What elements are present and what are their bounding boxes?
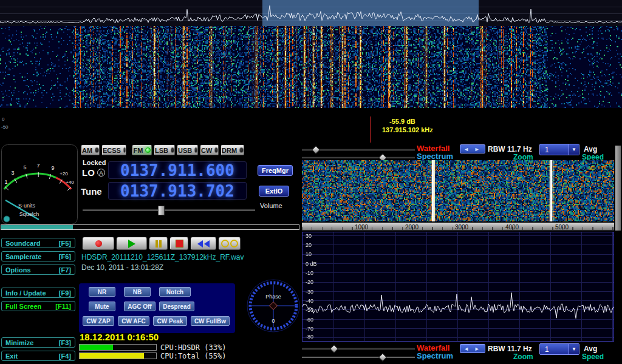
stop-button[interactable] (170, 237, 188, 250)
recording-datetime: Dec 10, 2011 - 13:01:28Z (81, 263, 163, 272)
tune-frequency-display[interactable]: 0137.913.702 (108, 182, 247, 200)
mode-label: FM (134, 147, 143, 154)
waterfall-scrollbar[interactable] (615, 146, 621, 231)
soundcard-button[interactable]: Soundcard[F5] (1, 238, 75, 248)
db-tick: 10 (306, 251, 312, 257)
volume-slider-thumb[interactable] (158, 206, 165, 215)
waterfall-brightness-thumb[interactable] (312, 146, 320, 154)
hdsdr-window: { "top_ruler": {"ticks": ["137885","1378… (0, 0, 622, 364)
cpu-total-fill (80, 353, 144, 359)
locked-label: Locked (83, 159, 106, 166)
cw-afc-button[interactable]: CW AFC (118, 316, 149, 326)
mode-cw-button[interactable]: CW (200, 145, 219, 155)
extio-button[interactable]: ExtIO (259, 186, 289, 197)
mute-button[interactable]: Mute (89, 302, 115, 311)
squelch-knob[interactable] (4, 216, 10, 222)
ecss-led-icon (123, 147, 126, 153)
audio-frequency-ruler[interactable]: 1000 2000 3000 4000 5000 (302, 223, 614, 231)
main-spectrum-strip[interactable] (0, 0, 622, 26)
waterfall-contrast-slider[interactable] (302, 157, 415, 158)
squelch-label: Squelch (19, 211, 39, 217)
rewind-button[interactable] (191, 237, 216, 250)
db-tick: -80 (306, 334, 313, 340)
dropdown-value: 1 (540, 144, 569, 155)
pause-button[interactable] (149, 237, 168, 250)
lo-a-badge[interactable]: A (97, 169, 105, 177)
s-meter[interactable]: 1 3 5 7 9 +20 +40 S-units Squelch (1, 144, 78, 224)
dropdown-value: 1 (540, 344, 569, 354)
loop-button[interactable] (219, 237, 241, 250)
nr-button[interactable]: NR (89, 287, 115, 297)
chevron-down-icon[interactable]: ▼ (569, 144, 579, 155)
local-datetime: 18.12.2011 0:16:50 (80, 332, 159, 342)
button-label: Info / Update (5, 289, 46, 297)
pause-icon (159, 240, 162, 248)
options-button[interactable]: Options[F7] (1, 265, 75, 275)
s-meter-tick-label: 9 (51, 165, 54, 171)
rbw-label: RBW 11.7 Hz (488, 145, 532, 153)
mode-lsb-button[interactable]: LSB (154, 145, 175, 155)
audio-level-bar[interactable] (1, 224, 299, 230)
db-tick: 0 dB (306, 261, 317, 267)
minimize-button[interactable]: Minimize[F3] (1, 337, 75, 348)
mode-label: CW (201, 147, 212, 154)
despread-button[interactable]: Despread (159, 302, 194, 311)
freqmgr-button[interactable]: FreqMgr (258, 165, 293, 176)
info-update-button[interactable]: Info / Update[F9] (1, 288, 75, 298)
db-tick: 30 (306, 233, 312, 239)
stop-icon (176, 240, 183, 248)
avg-speed-dropdown[interactable]: 1 ▼ (539, 144, 579, 155)
waterfall-brightness-slider-bottom[interactable] (302, 348, 415, 349)
button-label: Full Screen (5, 303, 41, 310)
shift-arrows-button[interactable]: ◄ ► (460, 144, 485, 153)
mode-am-button[interactable]: AM (81, 145, 100, 155)
button-fkey: [F11] (55, 303, 71, 310)
db-tick: 20 (306, 242, 312, 248)
cursor-db-readout: -55.9 dB (389, 118, 415, 125)
record-button[interactable] (83, 237, 114, 250)
cw-fullbw-button[interactable]: CW FullBw (191, 316, 230, 326)
avg-speed-dropdown-bottom[interactable]: 1 ▼ (539, 343, 579, 355)
cw-zap-button[interactable]: CW ZAP (83, 316, 114, 326)
full-screen-button[interactable]: Full Screen[F11] (1, 301, 75, 311)
button-fkey: [F3] (59, 339, 71, 346)
wav-filename: HDSDR_20111210_125611Z_137912kHz_RF.wav (81, 253, 244, 261)
audio-spectrum-panel[interactable]: 30 20 10 0 dB -10 -20 -30 -40 -50 -60 -7… (302, 232, 614, 342)
s-meter-tick-label: +20 (60, 171, 68, 177)
lo-label: LO (82, 167, 95, 178)
cw-led-icon (214, 147, 218, 153)
waterfall-contrast-thumb-bottom[interactable] (378, 353, 387, 362)
agc-button[interactable]: AGC Off (124, 302, 156, 311)
cpu-hdsdr-fill (80, 345, 113, 350)
chevron-down-icon[interactable]: ▼ (569, 344, 579, 354)
button-label: Exit (5, 352, 18, 360)
audio-waterfall[interactable] (302, 160, 614, 221)
mode-drm-button[interactable]: DRM (221, 145, 244, 155)
waterfall-brightness-thumb-bottom[interactable] (330, 345, 338, 353)
cw-peak-button[interactable]: CW Peak (153, 316, 187, 326)
volume-slider[interactable] (83, 209, 255, 211)
mode-ecss-button[interactable]: ECSS (102, 145, 126, 155)
waterfall-brightness-slider[interactable] (302, 149, 415, 150)
phase-label: Phase (265, 294, 281, 300)
samplerate-button[interactable]: Samplerate[F6] (1, 251, 75, 261)
phase-dial[interactable]: Phase 0 (247, 274, 300, 334)
waterfall-contrast-slider-bottom[interactable] (302, 356, 415, 358)
button-fkey: [F5] (59, 240, 71, 247)
audio-level-fill (1, 225, 73, 229)
shift-arrows-button-bottom[interactable]: ◄ ► (460, 344, 485, 353)
lsb-led-icon (171, 147, 174, 153)
mode-label: DRM (222, 147, 237, 154)
nb-button[interactable]: NB (124, 287, 151, 297)
play-icon (128, 240, 135, 248)
play-button[interactable] (117, 237, 147, 250)
audio-spectrum[interactable] (302, 232, 613, 341)
mode-usb-button[interactable]: USB (177, 145, 198, 155)
db-tick: -30 (306, 289, 313, 295)
mode-label: ECSS (103, 147, 121, 154)
lo-frequency-display[interactable]: 0137.911.600 (108, 161, 247, 179)
mode-fm-button[interactable]: FM (132, 145, 152, 155)
notch-button[interactable]: Notch (159, 287, 191, 297)
exit-button[interactable]: Exit[F4] (1, 351, 75, 361)
tune-label: Tune (81, 186, 102, 197)
